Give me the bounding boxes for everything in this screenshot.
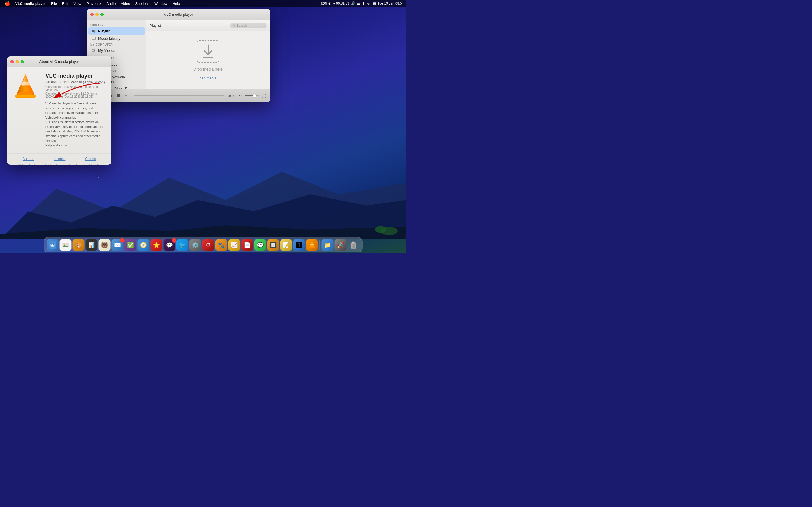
sidebar-item-playlist[interactable]: Playlist: [88, 27, 145, 35]
about-close-button[interactable]: [10, 60, 14, 63]
dock-item-bear[interactable]: 🐻: [99, 239, 110, 251]
license-link[interactable]: License: [54, 157, 65, 161]
dock-item-vlc[interactable]: [306, 239, 318, 251]
svg-line-30: [234, 26, 235, 27]
photos-icon: [62, 241, 69, 249]
menubar-extra[interactable]: ⬆: [362, 1, 365, 5]
dock-item-slack[interactable]: 💬: [163, 239, 175, 251]
help-menu[interactable]: Help: [170, 1, 183, 6]
dock-item-mosaic[interactable]: 🔲: [267, 239, 279, 251]
sidebar-item-my-videos[interactable]: My Videos: [88, 47, 145, 54]
mail-icon: ✉️: [114, 242, 121, 248]
finder-icon: [49, 241, 56, 249]
messages-icon: 💬: [257, 242, 264, 248]
dock-item-finder2[interactable]: 📁: [322, 239, 334, 251]
playback-menu[interactable]: Playback: [84, 1, 103, 6]
sidebar-item-playlist-label: Playlist: [98, 29, 110, 33]
dock-item-pdf-squeezer[interactable]: 📄: [241, 239, 253, 251]
menubar-volume[interactable]: 🔊: [351, 1, 355, 5]
subtitles-menu[interactable]: Subtitles: [133, 1, 151, 6]
svg-rect-38: [117, 94, 120, 97]
dock-item-safari[interactable]: 🧭: [138, 239, 149, 251]
dock-item-photos[interactable]: [60, 239, 71, 251]
volume-area: [237, 93, 259, 99]
playlist-icon: [91, 29, 96, 33]
library-section-label: LIBRARY: [87, 22, 146, 27]
dock-item-messages[interactable]: 💬: [254, 239, 266, 251]
about-window-title: About VLC media player: [40, 59, 79, 64]
vlc-cone-logo: [13, 73, 41, 101]
dock-item-notes[interactable]: 📝: [280, 239, 292, 251]
dock-item-sysprefs[interactable]: ⚙️: [190, 239, 201, 251]
dock-item-finder[interactable]: [47, 239, 59, 251]
app-name-menu[interactable]: VLC media player: [13, 1, 48, 6]
stop-button[interactable]: [115, 93, 122, 99]
paw-icon: 🐾: [218, 242, 225, 248]
authors-link[interactable]: Authors: [22, 157, 34, 161]
dock-item-istat[interactable]: 📊: [86, 239, 98, 251]
svg-rect-10: [92, 30, 94, 30]
dock-item-fantastical[interactable]: ⭐: [151, 239, 162, 251]
about-links: Authors License Credits: [7, 153, 111, 164]
audio-menu[interactable]: Audio: [104, 1, 118, 6]
drop-media-text: Drop media here: [193, 67, 223, 71]
menubar-screen[interactable]: ▬: [357, 1, 360, 5]
menubar-focus[interactable]: ◐: [328, 1, 331, 5]
dock-item-mail[interactable]: ✉️: [112, 239, 123, 251]
window-menu[interactable]: Window: [152, 1, 169, 6]
dock-item-omnifocus[interactable]: ✅: [124, 239, 137, 251]
menubar-controlcenter[interactable]: ⊞: [373, 1, 376, 5]
credits-link[interactable]: Credits: [85, 157, 96, 161]
dock-item-paw[interactable]: 🐾: [215, 239, 227, 251]
vlc-main-window: VLC media player LIBRARY Playlist: [87, 9, 270, 102]
about-maximize-button[interactable]: [20, 60, 24, 63]
vlc-window-title: VLC media player: [164, 12, 193, 17]
dock-item-appstore[interactable]: 🅰: [293, 239, 305, 251]
menubar-wifi[interactable]: wifi: [366, 1, 371, 5]
vlc-about-window: About VLC media player: [7, 56, 111, 165]
about-minimize-button[interactable]: [15, 60, 19, 63]
video-menu[interactable]: Video: [118, 1, 132, 6]
progress-bar[interactable]: [134, 95, 224, 96]
sidebar-item-my-videos-label: My Videos: [98, 48, 115, 53]
dock-item-pixelmator[interactable]: 🎨: [73, 239, 85, 251]
vlc-dock-icon: [308, 241, 316, 249]
dock-item-twitter[interactable]: 🐦: [176, 239, 188, 251]
maximize-button[interactable]: [100, 13, 104, 16]
close-button[interactable]: [90, 13, 94, 16]
open-media-link[interactable]: Open media...: [197, 76, 220, 80]
volume-bar[interactable]: [245, 95, 259, 96]
dock-item-taskheat[interactable]: 📈: [229, 239, 240, 251]
minimize-button[interactable]: [95, 13, 99, 16]
search-input[interactable]: [236, 24, 264, 27]
playlist-header-label: Playlist: [149, 23, 161, 27]
menubar-notification[interactable]: [20]: [321, 1, 327, 5]
twitter-icon: 🐦: [179, 242, 186, 248]
dock-item-trash[interactable]: [348, 239, 359, 251]
drop-area[interactable]: Drop media here Open media...: [146, 31, 270, 89]
about-compiled: Compiled by d-fu with clang 12.0.0 (clan…: [45, 92, 106, 98]
fullscreen-button[interactable]: [260, 93, 267, 99]
svg-rect-57: [51, 246, 54, 247]
sidebar-item-media-library[interactable]: Media Library: [88, 35, 145, 42]
drop-icon: [197, 40, 219, 62]
omnifocus-icon: ✅: [127, 242, 134, 248]
download-arrow-icon: [201, 43, 215, 59]
view-menu[interactable]: View: [71, 1, 84, 6]
file-menu[interactable]: File: [49, 1, 59, 6]
launchpad-icon: 🚀: [337, 242, 344, 248]
about-titlebar: About VLC media player: [7, 56, 111, 67]
svg-marker-42: [239, 94, 241, 97]
my-videos-icon: [91, 48, 96, 53]
dock-item-klokki[interactable]: ⏱: [202, 239, 214, 251]
dock-item-launchpad[interactable]: 🚀: [335, 239, 347, 251]
edit-menu[interactable]: Edit: [60, 1, 70, 6]
playlist-toggle-button[interactable]: [123, 93, 130, 99]
search-box[interactable]: [230, 23, 267, 29]
apple-menu[interactable]: 🍎: [2, 1, 12, 6]
notes-icon: 📝: [283, 242, 290, 248]
svg-point-3: [141, 160, 141, 161]
mute-button[interactable]: [237, 93, 244, 99]
svg-rect-66: [309, 247, 315, 248]
svg-rect-18: [92, 49, 94, 52]
